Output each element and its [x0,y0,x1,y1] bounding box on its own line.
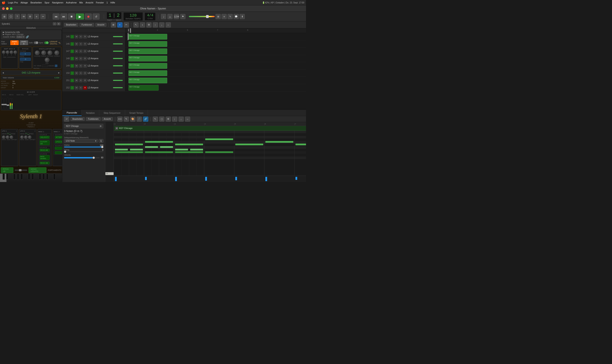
tab-notation[interactable]: Notation [82,110,99,116]
track-solo-152[interactable]: S [79,86,83,90]
menu-mix[interactable]: Mix [79,1,83,4]
track-volume-145[interactable] [113,36,123,37]
main-vol-fader[interactable] [7,97,8,109]
pr-grid-area[interactable] [114,131,306,176]
add-icon[interactable]: + [140,22,145,27]
track-solo-149[interactable]: S [79,64,83,68]
track-icon-152[interactable]: ♪ [70,86,74,90]
keyboard[interactable] [0,173,62,182]
voices-display[interactable]: 2 [55,65,57,67]
track-icon-147[interactable]: ♪ [70,50,74,53]
swing-thumb[interactable] [64,151,66,153]
tab-smart-tempo[interactable]: Smart Tempo [125,110,148,116]
nudge-down-icon[interactable]: ↓ [159,22,164,27]
pr-edit-button[interactable]: Bearbeiten [70,117,85,121]
grid-icon[interactable]: ⊞ [111,22,116,27]
track-region-149[interactable]: KEY Chicago [128,63,167,69]
track-lane-149[interactable]: KEY Chicago [125,62,306,69]
plugin-collapse-icon[interactable]: − [53,22,56,25]
menu-aufnahme[interactable]: Aufnahme [66,1,77,4]
track-mute-147[interactable]: M [75,50,78,53]
pr-settings-icon[interactable]: ⚙ [166,117,171,122]
track-volume-147[interactable] [113,51,123,52]
scissors-tool-icon[interactable]: ✂ [124,22,129,27]
track-lane-145[interactable]: KEY Chicago [125,33,306,40]
swing-slider[interactable] [64,151,103,152]
preset-next-icon[interactable]: ▶ [58,72,60,74]
apple-menu[interactable]: 🍎 [2,1,5,4]
sync-toggle[interactable] [44,41,49,44]
editor-dropdown-btn[interactable]: Editor ▾ [16,36,25,38]
pr-midi-icon[interactable]: 🎵 [137,117,142,122]
fast-forward-button[interactable]: ⏭ [60,13,67,20]
edit-view-icon[interactable]: ✎ [228,14,233,19]
lfo2-rate-knob[interactable] [20,135,24,139]
track-region-150[interactable]: KEY Chicago [128,70,167,76]
pr-region-icon[interactable]: ⊞ [115,127,118,130]
track-solo-147[interactable]: S [79,50,83,53]
track-mute-151[interactable]: M [75,79,78,82]
track-icon-149[interactable]: ♪ [70,64,74,68]
track-lane-152[interactable]: KEY Chicago [125,84,306,91]
stereo-knob[interactable] [54,51,59,55]
region-expand-icon[interactable]: ⊞ [100,125,101,127]
key-cs[interactable] [2,174,5,180]
close-button[interactable] [2,7,5,10]
chat-icon[interactable]: 💬 [234,14,239,19]
position-display[interactable]: 1 | 2 TAKT BEAT [107,12,122,21]
midi-icon[interactable]: ✉ [21,14,26,19]
part-b-button[interactable]: PART B [20,40,28,45]
tuner-icon[interactable]: △ [167,14,173,19]
starke-thumb[interactable] [101,146,103,148]
view-button[interactable]: Ansicht [95,23,106,26]
pr-back-icon[interactable]: ↩ [64,117,69,122]
pr-functions-button[interactable]: Funktionen [86,117,100,121]
settings-btn[interactable]: ⚙ [146,22,152,27]
key-cs2[interactable] [28,174,30,180]
track-mute-150[interactable]: M [75,71,78,75]
amp-sustain-knob[interactable] [10,51,13,54]
lfo1-rate-knob[interactable] [2,135,5,139]
list-view-icon[interactable]: ≡ [222,14,227,19]
key-ds[interactable] [6,174,8,180]
track-rec-151[interactable]: R [83,79,87,82]
octave-display[interactable]: 0 [20,52,31,55]
menu-hilfe[interactable]: Hilfe [111,1,115,4]
track-lane-147[interactable]: KEY Chicago [125,48,306,55]
pr-nudge-down-icon[interactable]: ↓ [179,117,184,122]
amp-decay-knob[interactable] [6,51,9,54]
key-ds2[interactable] [32,174,34,180]
track-lane-146[interactable]: KEY Chicago [125,40,306,47]
track-rec-147[interactable]: R [83,50,87,53]
menu-ablage[interactable]: Ablage [20,1,28,4]
q-button[interactable]: Q [99,139,103,143]
info-icon[interactable]: ⓘ [8,14,13,19]
wave-display[interactable] [42,65,48,67]
track-volume-150[interactable] [113,73,123,74]
track-mute-145[interactable]: M [75,35,78,39]
menu-logicpro[interactable]: Logic Pro [8,1,18,4]
key-fs[interactable] [13,174,15,180]
grid-view-icon[interactable]: ⊞ [216,14,221,19]
link-icon[interactable]: 🔗 [26,35,29,39]
lfo1-offset-knob[interactable] [10,135,13,139]
track-region-152[interactable]: KEY Chicago [128,85,159,91]
nudge-up-icon[interactable]: ↑ [153,22,158,27]
settings-icon[interactable]: ⚙ [28,14,33,19]
key-fs2[interactable] [39,174,41,180]
mix-b-fader[interactable] [4,99,6,109]
note-display[interactable]: -5 [20,58,31,61]
track-mute-148[interactable]: M [75,57,78,60]
quantize-dropdown[interactable]: 1/16 Note ▾ [64,139,98,143]
lfo1-wave-display[interactable] [7,133,11,135]
track-mute-152[interactable]: M [75,86,78,90]
metronome-icon[interactable]: ♩ [161,14,166,19]
track-mute-149[interactable]: M [75,64,78,68]
loop-icon[interactable]: ↔ [166,22,171,27]
track-solo-146[interactable]: S [79,42,83,46]
scissors-icon[interactable]: ✂ [40,14,46,19]
track-mute-146[interactable]: M [75,42,78,46]
menu-navigieren[interactable]: Navigieren [52,1,63,4]
key-as2[interactable] [46,174,48,180]
smart-tempo-icon[interactable]: ⚑ [180,14,185,19]
